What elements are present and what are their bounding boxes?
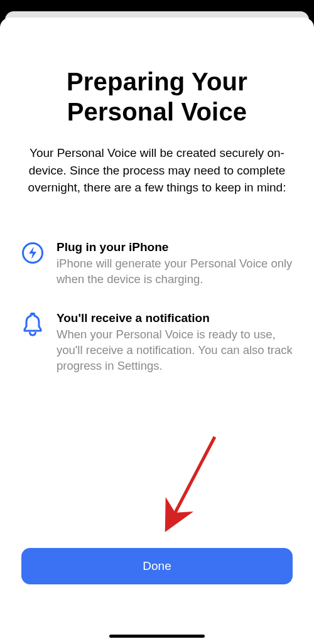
modal-sheet: Preparing Your Personal Voice Your Perso… <box>0 18 314 644</box>
page-title: Preparing Your Personal Voice <box>21 67 293 127</box>
done-button-label: Done <box>143 559 171 573</box>
done-button[interactable]: Done <box>21 548 293 584</box>
list-item-text: Plug in your iPhone iPhone will generate… <box>57 240 293 287</box>
spacer <box>21 397 293 548</box>
page-subtitle: Your Personal Voice will be created secu… <box>21 144 293 196</box>
list-item-title: You'll receive a notification <box>57 311 293 325</box>
home-indicator <box>109 635 205 638</box>
list-item-text: You'll receive a notification When your … <box>57 311 293 374</box>
bell-icon <box>21 311 44 336</box>
info-list: Plug in your iPhone iPhone will generate… <box>21 240 293 398</box>
bolt-icon <box>21 240 44 264</box>
list-item: You'll receive a notification When your … <box>21 311 293 374</box>
list-item-desc: When your Personal Voice is ready to use… <box>57 327 293 374</box>
list-item-desc: iPhone will generate your Personal Voice… <box>57 256 293 287</box>
list-item: Plug in your iPhone iPhone will generate… <box>21 240 293 287</box>
list-item-title: Plug in your iPhone <box>57 240 293 254</box>
